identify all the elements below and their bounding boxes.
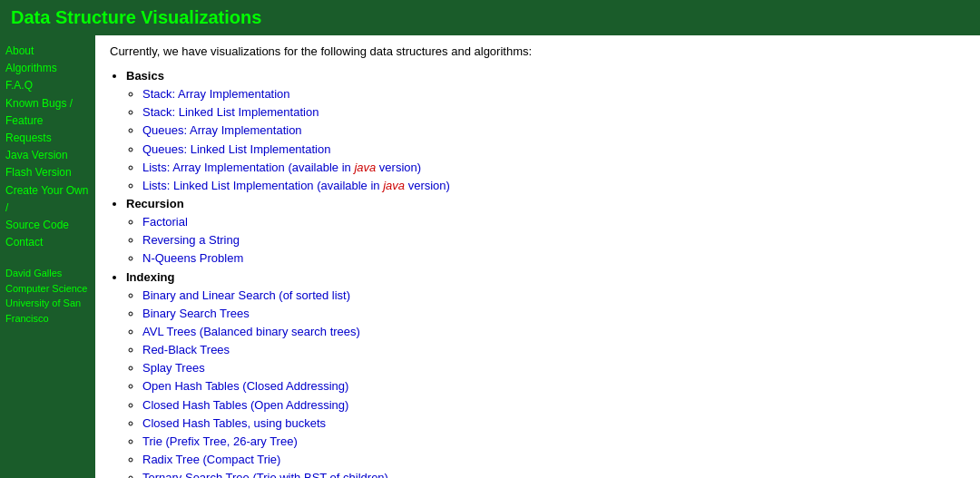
sidebar-item-bugs2[interactable]: Feature — [5, 112, 90, 130]
link-closed-hash[interactable]: Closed Hash Tables (Open Addressing) — [142, 398, 348, 412]
list-item: Red-Black Trees — [142, 341, 965, 359]
sidebar-item-java-version[interactable]: Java Version — [5, 147, 90, 164]
list-item: Open Hash Tables (Closed Addressing) — [142, 377, 965, 395]
author-name: David Galles — [5, 266, 90, 281]
link-open-hash[interactable]: Open Hash Tables (Closed Addressing) — [142, 379, 348, 393]
java-tag2: java — [383, 179, 405, 192]
list-item: Binary and Linear Search (of sorted list… — [142, 287, 965, 305]
link-factorial[interactable]: Factorial — [142, 215, 188, 229]
author-uni-line1: University of San — [5, 296, 90, 311]
list-item: Queues: Linked List Implementation — [142, 141, 965, 159]
link-ternary-search[interactable]: Ternary Search Tree (Trie with BST of ch… — [142, 471, 388, 478]
sidebar-item-bugs3[interactable]: Requests — [5, 130, 90, 147]
section-basics: Basics Stack: Array Implementation Stack… — [126, 67, 965, 195]
link-radix-tree[interactable]: Radix Tree (Compact Trie) — [142, 453, 280, 466]
list-item: Ternary Search Tree (Trie with BST of ch… — [142, 469, 965, 478]
list-item: Radix Tree (Compact Trie) — [142, 451, 965, 469]
sidebar-author: David Galles Computer Science University… — [5, 266, 90, 326]
link-nqueens[interactable]: N-Queens Problem — [142, 251, 243, 265]
sidebar-item-create-own[interactable]: Create Your Own — [5, 182, 90, 200]
list-item: Splay Trees — [142, 359, 965, 377]
list-item: N-Queens Problem — [142, 249, 965, 268]
sidebar-item-source-code[interactable]: Source Code — [5, 217, 90, 234]
list-item: Lists: Array Implementation (available i… — [142, 159, 965, 177]
list-item: AVL Trees (Balanced binary search trees) — [142, 323, 965, 341]
link-queues-array[interactable]: Queues: Array Implementation — [142, 123, 302, 137]
page-title: Data Structure Visualizations — [11, 7, 969, 28]
link-trie[interactable]: Trie (Prefix Tree, 26-ary Tree) — [142, 434, 298, 448]
sidebar-item-slash: / — [5, 200, 90, 217]
link-lists-array[interactable]: Lists: Array Implementation (available i… — [142, 161, 421, 174]
basics-list: Stack: Array Implementation Stack: Linke… — [142, 85, 965, 195]
indexing-list: Binary and Linear Search (of sorted list… — [142, 287, 965, 478]
link-stack-linked[interactable]: Stack: Linked List Implementation — [142, 105, 318, 119]
list-item: Factorial — [142, 213, 965, 231]
list-item: Binary Search Trees — [142, 305, 965, 323]
list-item: Trie (Prefix Tree, 26-ary Tree) — [142, 433, 965, 451]
link-avl[interactable]: AVL Trees (Balanced binary search trees) — [142, 325, 360, 338]
main-container: About Algorithms F.A.Q Known Bugs / Feat… — [0, 35, 980, 478]
main-list: Basics Stack: Array Implementation Stack… — [126, 67, 965, 478]
link-red-black[interactable]: Red-Black Trees — [142, 343, 230, 356]
link-closed-hash-buckets[interactable]: Closed Hash Tables, using buckets — [142, 416, 326, 430]
list-item: Stack: Linked List Implementation — [142, 103, 965, 122]
list-item: Queues: Array Implementation — [142, 122, 965, 140]
link-stack-array[interactable]: Stack: Array Implementation — [142, 87, 290, 101]
list-item: Closed Hash Tables (Open Addressing) — [142, 396, 965, 415]
intro-text: Currently, we have visualizations for th… — [110, 44, 965, 58]
link-bst[interactable]: Binary Search Trees — [142, 307, 250, 320]
sidebar: About Algorithms F.A.Q Known Bugs / Feat… — [0, 35, 95, 478]
list-item: Closed Hash Tables, using buckets — [142, 415, 965, 433]
link-reversing-string[interactable]: Reversing a String — [142, 233, 240, 247]
sidebar-item-faq[interactable]: F.A.Q — [5, 77, 90, 94]
list-item: Lists: Linked List Implementation (avail… — [142, 177, 965, 195]
link-splay[interactable]: Splay Trees — [142, 361, 205, 375]
sidebar-item-contact[interactable]: Contact — [5, 234, 90, 251]
list-item: Reversing a String — [142, 231, 965, 249]
section-indexing: Indexing Binary and Linear Search (of so… — [126, 268, 965, 478]
sidebar-item-bugs1[interactable]: Known Bugs / — [5, 95, 90, 112]
java-tag: java — [354, 161, 376, 174]
section-recursion: Recursion Factorial Reversing a String N… — [126, 195, 965, 268]
list-item: Stack: Array Implementation — [142, 85, 965, 103]
recursion-list: Factorial Reversing a String N-Queens Pr… — [142, 213, 965, 268]
page-header: Data Structure Visualizations — [0, 0, 980, 35]
author-dept: Computer Science — [5, 281, 90, 297]
author-uni-line2: Francisco — [5, 311, 90, 327]
link-queues-linked[interactable]: Queues: Linked List Implementation — [142, 142, 330, 156]
sidebar-item-flash-version[interactable]: Flash Version — [5, 164, 90, 181]
link-binary-linear-search[interactable]: Binary and Linear Search (of sorted list… — [142, 288, 350, 302]
sidebar-item-about[interactable]: About — [5, 43, 90, 60]
link-lists-linked[interactable]: Lists: Linked List Implementation (avail… — [142, 179, 450, 192]
sidebar-item-algorithms[interactable]: Algorithms — [5, 60, 90, 77]
content-area: Currently, we have visualizations for th… — [95, 35, 980, 478]
